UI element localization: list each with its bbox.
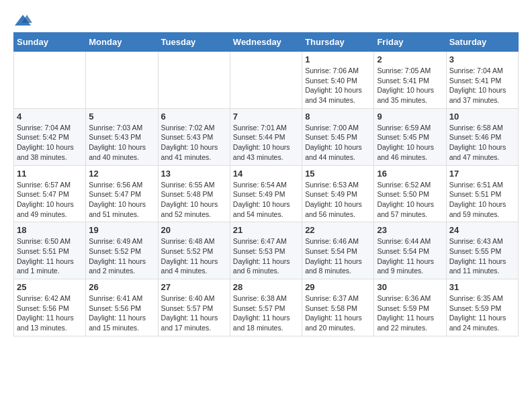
day-detail: Sunrise: 6:57 AM Sunset: 5:47 PM Dayligh… [17, 180, 83, 220]
calendar-day-31: 31Sunrise: 6:35 AM Sunset: 5:59 PM Dayli… [446, 279, 518, 336]
day-detail: Sunrise: 6:43 AM Sunset: 5:55 PM Dayligh… [449, 236, 515, 276]
calendar-day-11: 11Sunrise: 6:57 AM Sunset: 5:47 PM Dayli… [14, 165, 86, 222]
day-number: 26 [89, 282, 154, 292]
day-detail: Sunrise: 6:53 AM Sunset: 5:49 PM Dayligh… [305, 180, 371, 220]
day-number: 21 [233, 225, 299, 235]
calendar-week-row: 4Sunrise: 7:04 AM Sunset: 5:42 PM Daylig… [14, 108, 519, 165]
day-number: 10 [449, 111, 515, 122]
day-number: 24 [449, 225, 515, 235]
column-header-thursday: Thursday [302, 33, 374, 52]
calendar-day-8: 8Sunrise: 7:00 AM Sunset: 5:45 PM Daylig… [302, 108, 374, 165]
day-detail: Sunrise: 7:01 AM Sunset: 5:44 PM Dayligh… [233, 123, 299, 163]
day-number: 29 [305, 282, 371, 292]
day-detail: Sunrise: 6:42 AM Sunset: 5:56 PM Dayligh… [17, 293, 83, 333]
day-detail: Sunrise: 6:37 AM Sunset: 5:58 PM Dayligh… [305, 293, 371, 333]
day-detail: Sunrise: 6:55 AM Sunset: 5:48 PM Dayligh… [161, 180, 227, 220]
calendar-header-row: SundayMondayTuesdayWednesdayThursdayFrid… [14, 33, 519, 52]
day-number: 7 [233, 111, 299, 122]
day-detail: Sunrise: 6:41 AM Sunset: 5:56 PM Dayligh… [89, 293, 154, 333]
day-detail: Sunrise: 6:52 AM Sunset: 5:50 PM Dayligh… [377, 180, 443, 220]
day-detail: Sunrise: 6:40 AM Sunset: 5:57 PM Dayligh… [161, 293, 227, 333]
day-number: 27 [161, 282, 227, 292]
calendar-day-2: 2Sunrise: 7:05 AM Sunset: 5:41 PM Daylig… [374, 52, 446, 109]
calendar-day-23: 23Sunrise: 6:44 AM Sunset: 5:54 PM Dayli… [374, 222, 446, 279]
day-detail: Sunrise: 6:58 AM Sunset: 5:46 PM Dayligh… [449, 123, 515, 163]
calendar-day-16: 16Sunrise: 6:52 AM Sunset: 5:50 PM Dayli… [374, 165, 446, 222]
day-detail: Sunrise: 6:49 AM Sunset: 5:52 PM Dayligh… [89, 236, 154, 276]
day-number: 9 [377, 111, 443, 122]
day-number: 15 [305, 169, 371, 179]
calendar-day-7: 7Sunrise: 7:01 AM Sunset: 5:44 PM Daylig… [230, 108, 302, 165]
day-detail: Sunrise: 6:38 AM Sunset: 5:57 PM Dayligh… [233, 293, 299, 333]
calendar-empty-cell [158, 52, 230, 109]
day-number: 22 [305, 225, 371, 235]
day-number: 4 [17, 111, 83, 122]
day-number: 20 [161, 225, 227, 235]
calendar-day-13: 13Sunrise: 6:55 AM Sunset: 5:48 PM Dayli… [158, 165, 230, 222]
calendar-week-row: 25Sunrise: 6:42 AM Sunset: 5:56 PM Dayli… [14, 279, 519, 336]
calendar-empty-cell [230, 52, 302, 109]
day-number: 31 [449, 282, 515, 292]
day-detail: Sunrise: 7:02 AM Sunset: 5:43 PM Dayligh… [161, 123, 227, 163]
day-number: 14 [233, 169, 299, 179]
day-detail: Sunrise: 6:35 AM Sunset: 5:59 PM Dayligh… [449, 293, 515, 333]
calendar-day-18: 18Sunrise: 6:50 AM Sunset: 5:51 PM Dayli… [14, 222, 86, 279]
day-number: 19 [89, 225, 154, 235]
day-number: 23 [377, 225, 443, 235]
day-detail: Sunrise: 6:50 AM Sunset: 5:51 PM Dayligh… [17, 236, 83, 276]
day-detail: Sunrise: 7:03 AM Sunset: 5:43 PM Dayligh… [89, 123, 154, 163]
column-header-friday: Friday [374, 33, 446, 52]
day-number: 12 [89, 169, 154, 179]
calendar-day-1: 1Sunrise: 7:06 AM Sunset: 5:40 PM Daylig… [302, 52, 374, 109]
column-header-wednesday: Wednesday [230, 33, 302, 52]
calendar-day-9: 9Sunrise: 6:59 AM Sunset: 5:45 PM Daylig… [374, 108, 446, 165]
logo [13, 13, 35, 27]
day-number: 18 [17, 225, 83, 235]
calendar-day-15: 15Sunrise: 6:53 AM Sunset: 5:49 PM Dayli… [302, 165, 374, 222]
day-number: 2 [377, 54, 443, 64]
day-detail: Sunrise: 6:36 AM Sunset: 5:59 PM Dayligh… [377, 293, 443, 333]
day-number: 1 [305, 54, 371, 64]
logo-icon [13, 13, 32, 27]
calendar-day-24: 24Sunrise: 6:43 AM Sunset: 5:55 PM Dayli… [446, 222, 518, 279]
day-detail: Sunrise: 6:44 AM Sunset: 5:54 PM Dayligh… [377, 236, 443, 276]
calendar-day-26: 26Sunrise: 6:41 AM Sunset: 5:56 PM Dayli… [86, 279, 158, 336]
calendar-week-row: 11Sunrise: 6:57 AM Sunset: 5:47 PM Dayli… [14, 165, 519, 222]
calendar-empty-cell [14, 52, 86, 109]
column-header-monday: Monday [86, 33, 158, 52]
day-number: 16 [377, 169, 443, 179]
calendar-day-22: 22Sunrise: 6:46 AM Sunset: 5:54 PM Dayli… [302, 222, 374, 279]
day-number: 6 [161, 111, 227, 122]
calendar-day-19: 19Sunrise: 6:49 AM Sunset: 5:52 PM Dayli… [86, 222, 158, 279]
calendar-day-17: 17Sunrise: 6:51 AM Sunset: 5:51 PM Dayli… [446, 165, 518, 222]
calendar-day-5: 5Sunrise: 7:03 AM Sunset: 5:43 PM Daylig… [86, 108, 158, 165]
header [13, 13, 519, 27]
calendar-day-21: 21Sunrise: 6:47 AM Sunset: 5:53 PM Dayli… [230, 222, 302, 279]
day-detail: Sunrise: 6:46 AM Sunset: 5:54 PM Dayligh… [305, 236, 371, 276]
calendar-day-27: 27Sunrise: 6:40 AM Sunset: 5:57 PM Dayli… [158, 279, 230, 336]
calendar-day-12: 12Sunrise: 6:56 AM Sunset: 5:47 PM Dayli… [86, 165, 158, 222]
calendar-empty-cell [86, 52, 158, 109]
day-number: 13 [161, 169, 227, 179]
day-detail: Sunrise: 6:54 AM Sunset: 5:49 PM Dayligh… [233, 180, 299, 220]
calendar-day-20: 20Sunrise: 6:48 AM Sunset: 5:52 PM Dayli… [158, 222, 230, 279]
day-number: 30 [377, 282, 443, 292]
day-detail: Sunrise: 6:48 AM Sunset: 5:52 PM Dayligh… [161, 236, 227, 276]
column-header-sunday: Sunday [14, 33, 86, 52]
calendar-day-3: 3Sunrise: 7:04 AM Sunset: 5:41 PM Daylig… [446, 52, 518, 109]
day-detail: Sunrise: 6:59 AM Sunset: 5:45 PM Dayligh… [377, 123, 443, 163]
day-detail: Sunrise: 6:47 AM Sunset: 5:53 PM Dayligh… [233, 236, 299, 276]
day-number: 3 [449, 54, 515, 64]
day-number: 11 [17, 169, 83, 179]
day-detail: Sunrise: 7:06 AM Sunset: 5:40 PM Dayligh… [305, 66, 371, 105]
calendar-day-10: 10Sunrise: 6:58 AM Sunset: 5:46 PM Dayli… [446, 108, 518, 165]
column-header-tuesday: Tuesday [158, 33, 230, 52]
day-number: 8 [305, 111, 371, 122]
day-detail: Sunrise: 7:04 AM Sunset: 5:42 PM Dayligh… [17, 123, 83, 163]
day-detail: Sunrise: 7:00 AM Sunset: 5:45 PM Dayligh… [305, 123, 371, 163]
day-detail: Sunrise: 7:05 AM Sunset: 5:41 PM Dayligh… [377, 66, 443, 105]
day-number: 17 [449, 169, 515, 179]
calendar-table: SundayMondayTuesdayWednesdayThursdayFrid… [13, 32, 519, 336]
calendar-week-row: 18Sunrise: 6:50 AM Sunset: 5:51 PM Dayli… [14, 222, 519, 279]
day-detail: Sunrise: 6:51 AM Sunset: 5:51 PM Dayligh… [449, 180, 515, 220]
